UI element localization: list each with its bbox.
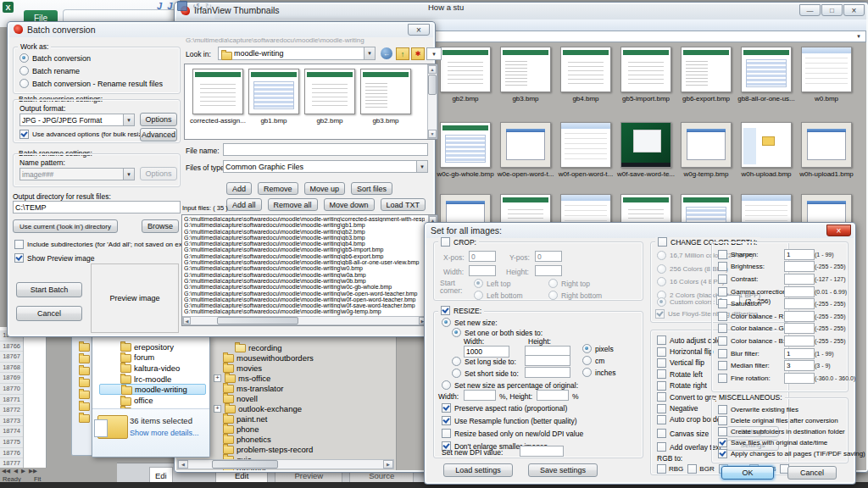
radio-icon[interactable] (582, 368, 592, 377)
new-folder-icon[interactable]: ✱ (411, 47, 425, 60)
show-more-details-link[interactable]: Show more details... (130, 429, 199, 437)
tree-item-label[interactable]: phone (236, 424, 259, 434)
long-side-input[interactable] (525, 355, 570, 366)
input-file-path[interactable]: G:\multimedia\capture\softwaredocu\moodl… (184, 247, 425, 252)
nav-last-icon[interactable]: ▶▶ (29, 468, 37, 474)
scroll-right-icon[interactable]: ▶ (383, 460, 393, 469)
tree-item-label[interactable]: erepository (134, 342, 174, 352)
tree-expander-icon[interactable] (112, 386, 118, 392)
radio-icon[interactable] (548, 279, 558, 288)
tree-expander-icon[interactable] (111, 397, 117, 403)
radio-icon[interactable] (442, 380, 451, 390)
input-file-path[interactable]: G:\multimedia\capture\softwaredocu\moodl… (184, 253, 425, 259)
batch-close-button[interactable]: × (408, 24, 430, 36)
tree-item-label[interactable]: forum (134, 352, 154, 362)
scroll-thumb[interactable] (217, 317, 298, 324)
checkbox-icon[interactable] (442, 429, 451, 438)
tree-item-label[interactable]: paint.net (236, 414, 267, 424)
tree-expander-icon[interactable] (225, 345, 231, 351)
checkbox-icon[interactable] (657, 429, 666, 438)
thumbnail-item[interactable]: w0h-upload1.bmp (798, 122, 854, 178)
tree-expander-icon[interactable] (214, 405, 221, 413)
checkbox-icon[interactable] (718, 324, 727, 333)
radio-option[interactable]: Right bottom (548, 291, 623, 300)
tree-item[interactable]: moodle-writing (99, 384, 206, 395)
scroll-left-icon[interactable]: ◀ (183, 317, 191, 324)
thumbnail-item[interactable]: gb5-import.bmp (618, 47, 674, 103)
tree-item-label[interactable]: kaltura-video (134, 363, 180, 373)
radio-option[interactable]: Right top (548, 279, 623, 288)
radio-icon[interactable] (657, 251, 666, 260)
thumbnail-item[interactable]: gb2.bmp (302, 69, 358, 125)
resize-caption[interactable]: RESIZE: (438, 306, 484, 315)
tree-expander-icon[interactable] (214, 385, 220, 391)
input-file-path[interactable]: G:\multimedia\capture\softwaredocu\moodl… (184, 297, 425, 302)
radio-option[interactable]: cm (582, 356, 616, 365)
checkbox-icon[interactable] (657, 415, 666, 424)
set-dialog-titlebar[interactable]: Set for all images: (425, 223, 855, 237)
radio-icon[interactable] (452, 357, 461, 366)
input-file-path[interactable]: G:\multimedia\capture\softwaredocu\moodl… (184, 308, 425, 314)
pct-width-input[interactable] (464, 390, 496, 401)
tree-item-label[interactable]: ms-office (238, 374, 270, 383)
input-files-hscrollbar[interactable]: ◀ ▶ (182, 316, 427, 325)
checkbox-icon[interactable] (687, 464, 697, 474)
thumbnail-item[interactable]: corrected-assign... (190, 69, 246, 125)
checkbox-icon[interactable] (718, 312, 727, 321)
output-format-combobox[interactable]: JPG - JPG/JPEG Format (19, 114, 135, 126)
ypos-input[interactable]: 0 (535, 251, 562, 262)
input-file-path[interactable]: G:\multimedia\capture\softwaredocu\moodl… (184, 235, 425, 241)
tree-horizontal-scrollbar[interactable]: ◀ ▶ (177, 459, 394, 469)
radio-icon[interactable] (474, 291, 483, 300)
checkbox-icon[interactable] (718, 405, 727, 414)
action-button[interactable]: Sort files (351, 182, 392, 195)
action-button[interactable]: Move down (324, 198, 375, 211)
set-close-button[interactable]: × (826, 225, 851, 236)
thumbnail-item[interactable]: gb3.bmp (498, 47, 554, 103)
crop-width-input[interactable] (469, 265, 496, 276)
input-file-path[interactable]: G:\multimedia\capture\softwaredocu\moodl… (184, 284, 425, 290)
radio-icon[interactable] (442, 318, 451, 327)
xpos-input[interactable]: 0 (469, 251, 496, 262)
checkbox-icon[interactable] (657, 381, 666, 391)
checkbox-icon[interactable] (718, 262, 727, 271)
view-menu-icon[interactable]: ▾ (426, 47, 442, 60)
use-current-directory-button[interactable]: Use current ('look in') directory (13, 219, 118, 233)
tree-expander-icon[interactable] (214, 436, 220, 442)
tree-item-label[interactable]: recording (248, 343, 282, 352)
checkbox-icon[interactable] (441, 237, 450, 247)
maximize-button[interactable]: □ (821, 4, 843, 16)
resize-width-input[interactable]: 1000 (464, 346, 509, 358)
checkbox-icon[interactable] (718, 361, 727, 370)
checkbox-icon[interactable] (657, 392, 666, 402)
adjust-input[interactable] (784, 311, 815, 322)
checkbox-icon[interactable] (718, 299, 727, 308)
tree-item[interactable]: kaltura-video (99, 363, 206, 374)
scroll-thumb[interactable] (212, 460, 278, 469)
scroll-up-icon[interactable]: ▲ (428, 65, 437, 74)
one-or-both-sides-radio[interactable]: Set one or both sides to: (452, 328, 542, 337)
tree-expander-icon[interactable] (111, 354, 117, 360)
tree-item-label[interactable]: outlook-exchange (238, 404, 302, 413)
nav-prev-icon[interactable]: ◀ (14, 468, 18, 474)
close-button[interactable]: × (843, 4, 865, 16)
batch-dialog-titlebar[interactable]: Batch conversion (8, 22, 435, 36)
custom-colors-radio[interactable]: Custom colors: (657, 297, 715, 307)
checkbox-icon[interactable] (718, 416, 727, 425)
radio-icon[interactable] (19, 66, 29, 75)
checkbox-icon[interactable] (657, 336, 666, 345)
radio-icon[interactable] (657, 297, 666, 307)
checkbox-option[interactable]: Preserve aspect ratio (proportional) (442, 403, 583, 413)
checkbox-option[interactable]: Delete original files after conversion (718, 415, 865, 426)
adjust-input[interactable]: 1 (784, 249, 815, 260)
percentage-radio[interactable]: Set new size as percentage of original: (442, 380, 578, 390)
tree-item[interactable]: lrc-moodle (99, 374, 206, 385)
checkbox-option[interactable]: Save files with original date/time (718, 437, 865, 448)
radio-option[interactable]: Left bottom (474, 291, 548, 300)
action-button[interactable]: Remove (258, 182, 298, 195)
nav-first-icon[interactable]: ◀◀ (2, 468, 10, 474)
tree-item-label[interactable]: office (134, 396, 153, 405)
ok-button[interactable]: OK (721, 466, 774, 480)
checkbox-icon[interactable] (14, 240, 24, 249)
thumbnail-item[interactable]: w0c-gb-whole.bmp (437, 122, 493, 178)
